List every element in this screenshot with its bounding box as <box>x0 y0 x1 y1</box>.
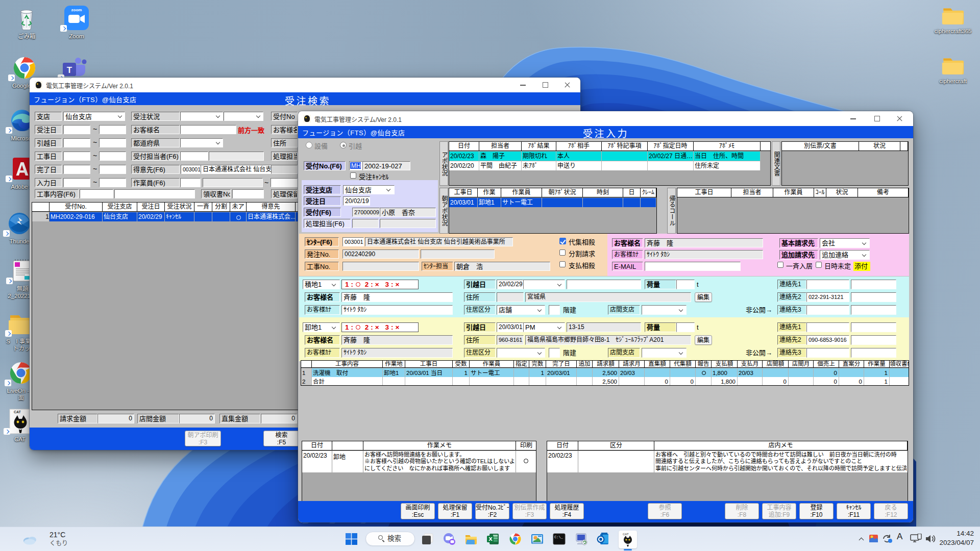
svg-text:zoom: zoom <box>71 8 82 12</box>
svg-text:CAT: CAT <box>14 410 21 414</box>
svg-text:T: T <box>67 65 72 75</box>
svg-text:CAT: CAT <box>623 533 629 536</box>
svg-text:C:\_: C:\_ <box>554 535 564 539</box>
